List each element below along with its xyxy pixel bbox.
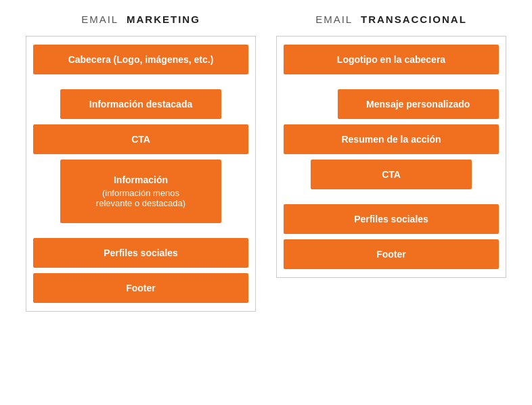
block-perfiles-right-label: Perfiles sociales: [354, 214, 428, 224]
email-marketing-column: EMAIL MARKETING Cabecera (Logo, imágenes…: [26, 14, 256, 312]
block-cta-left: CTA: [33, 124, 248, 154]
block-logotipo: Logotipo en la cabecera: [284, 45, 499, 74]
block-cabecera: Cabecera (Logo, imágenes, etc.): [33, 45, 248, 74]
title-bold-right: TRANSACCIONAL: [361, 14, 467, 25]
block-informacion: Información (información menosrelevante …: [60, 160, 222, 223]
block-informacion-label: Información: [114, 174, 168, 185]
block-perfiles-left: Perfiles sociales: [33, 238, 248, 268]
block-informacion-sublabel: (información menosrelevante o destacada): [67, 188, 215, 208]
title-normal-left: EMAIL: [81, 14, 118, 25]
block-info-destacada-label: Información destacada: [89, 99, 193, 110]
email-marketing-box: Cabecera (Logo, imágenes, etc.) Informac…: [26, 36, 256, 312]
block-cta-right-label: CTA: [382, 169, 401, 180]
block-perfiles-right: Perfiles sociales: [284, 204, 499, 234]
block-resumen-accion-label: Resumen de la acción: [341, 134, 441, 145]
email-transaccional-column: EMAIL TRANSACCIONAL Logotipo en la cabec…: [276, 14, 506, 312]
main-container: EMAIL MARKETING Cabecera (Logo, imágenes…: [14, 14, 518, 312]
block-cabecera-label: Cabecera (Logo, imágenes, etc.): [68, 54, 214, 65]
block-cta-right: CTA: [311, 160, 472, 189]
block-info-destacada: Información destacada: [60, 89, 222, 119]
email-marketing-title: EMAIL MARKETING: [81, 14, 200, 25]
title-bold-left: MARKETING: [127, 14, 200, 25]
block-cta-left-label: CTA: [131, 134, 150, 145]
email-transaccional-title: EMAIL TRANSACCIONAL: [315, 14, 467, 25]
title-normal-right: EMAIL: [315, 14, 352, 25]
block-footer-right-label: Footer: [376, 249, 406, 260]
block-perfiles-left-label: Perfiles sociales: [104, 247, 178, 258]
block-footer-right: Footer: [284, 239, 499, 269]
block-mensaje-personalizado: Mensaje personalizado: [338, 89, 500, 119]
block-footer-left-label: Footer: [126, 283, 156, 293]
block-footer-left: Footer: [33, 273, 248, 303]
block-resumen-accion: Resumen de la acción: [284, 124, 499, 154]
block-logotipo-label: Logotipo en la cabecera: [337, 54, 445, 65]
email-transaccional-box: Logotipo en la cabecera Mensaje personal…: [276, 36, 506, 278]
block-mensaje-personalizado-label: Mensaje personalizado: [366, 99, 470, 110]
